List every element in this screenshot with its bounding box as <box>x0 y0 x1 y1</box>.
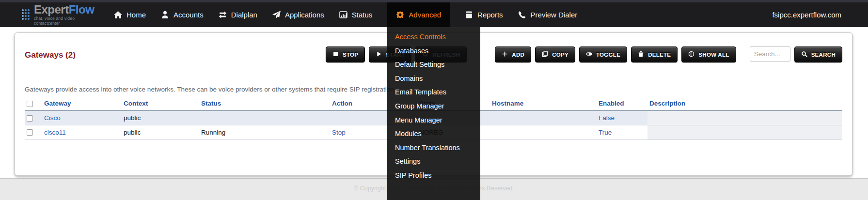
select-all-cell <box>25 97 42 110</box>
user-icon <box>161 11 169 19</box>
column-header-context[interactable]: Context <box>122 97 199 110</box>
column-header-status[interactable]: Status <box>199 97 330 110</box>
row-checkbox-cell <box>25 125 42 139</box>
magnifier-icon <box>801 51 807 58</box>
domain-label: fsipcc.expertflow.com <box>772 11 868 19</box>
nav-item-label: Home <box>126 11 146 19</box>
book-icon <box>465 11 473 19</box>
toggle-button[interactable]: TOGGLE <box>579 46 627 62</box>
search-input[interactable] <box>750 46 790 62</box>
brand-name: ExpertFlow <box>34 4 94 15</box>
nav-item-home[interactable]: Home <box>114 2 146 27</box>
cell-gateway[interactable]: cisco11 <box>42 125 122 139</box>
dropdown-item-sip-profiles[interactable]: SIP Profiles <box>387 169 480 183</box>
paper-plane-icon <box>272 11 281 19</box>
nav-item-preview-dialer[interactable]: Preview Dialer <box>518 2 578 27</box>
show-all-button[interactable]: SHOW ALL <box>681 46 736 62</box>
row-checkbox-cell <box>25 110 42 125</box>
copy-button[interactable]: COPY <box>535 46 575 62</box>
search-button[interactable]: SEARCH <box>794 46 842 62</box>
dropdown-item-databases[interactable]: Databases <box>387 45 480 59</box>
column-header-enabled[interactable]: Enabled <box>597 97 647 110</box>
cell-context: public <box>122 125 199 139</box>
add-button[interactable]: ADD <box>495 46 531 62</box>
dropdown-item-menu-manager[interactable]: Menu Manager <box>387 114 480 128</box>
nav-item-status[interactable]: Status <box>339 2 373 27</box>
nav-item-advanced[interactable]: Advanced <box>387 2 450 27</box>
bar-chart-icon <box>339 11 347 19</box>
nav-item-label: Dialplan <box>231 11 257 19</box>
toggle-icon <box>586 51 592 58</box>
nav-item-applications[interactable]: Applications <box>272 2 324 27</box>
advanced-dropdown: Access ControlsDatabasesDefault Settings… <box>387 27 480 200</box>
swap-arrows-icon <box>219 11 227 19</box>
column-header-hostname[interactable]: Hostname <box>490 97 597 110</box>
cell-description <box>647 110 842 125</box>
nav-item-label: Status <box>352 11 373 19</box>
gear-icon <box>396 11 404 19</box>
select-all-checkbox[interactable] <box>27 101 33 107</box>
row-checkbox[interactable] <box>27 129 33 136</box>
nav-item-label: Accounts <box>174 11 204 19</box>
page-title: Gateways (2) <box>25 46 76 60</box>
plus-icon <box>502 51 508 58</box>
house-icon <box>114 11 122 19</box>
expertflow-dots-icon <box>22 9 31 21</box>
cell-status: Running <box>199 125 330 139</box>
copy-pages-icon <box>542 51 548 58</box>
brand-logo[interactable]: ExpertFlow chat, voice and video contact… <box>22 4 94 26</box>
delete-button[interactable]: DELETE <box>631 46 678 62</box>
nav-item-dialplan[interactable]: Dialplan <box>219 2 257 27</box>
stop-button[interactable]: STOP <box>326 46 365 62</box>
cell-gateway[interactable]: Cisco <box>42 110 122 125</box>
dropdown-item-group-manager[interactable]: Group Manager <box>387 100 480 114</box>
main-navbar: ExpertFlow chat, voice and video contact… <box>0 2 868 27</box>
dropdown-item-settings[interactable]: Settings <box>387 155 480 169</box>
nav-item-label: Reports <box>477 11 503 19</box>
globe-icon <box>688 51 694 58</box>
play-icon <box>376 51 382 58</box>
nav-items: HomeAccountsDialplanApplicationsStatusAd… <box>114 2 577 27</box>
column-header-description[interactable]: Description <box>647 97 842 110</box>
dropdown-item-modules[interactable]: Modules <box>387 127 480 141</box>
dropdown-item-email-templates[interactable]: Email Templates <box>387 86 480 100</box>
cell-description <box>647 125 842 139</box>
dropdown-item-access-controls[interactable]: Access Controls <box>387 31 480 45</box>
cell-context: public <box>122 110 199 125</box>
dropdown-item-default-settings[interactable]: Default Settings <box>387 58 480 72</box>
brand-tagline: chat, voice and video contactcenter <box>34 16 94 26</box>
column-header-gateway[interactable]: Gateway <box>42 97 122 110</box>
cell-hostname <box>490 110 597 125</box>
cell-status <box>199 110 330 125</box>
stop-square-icon <box>332 51 339 58</box>
cell-enabled[interactable]: True <box>597 125 647 139</box>
nav-item-accounts[interactable]: Accounts <box>161 2 204 27</box>
cell-enabled[interactable]: False <box>597 110 647 125</box>
trash-icon <box>638 51 644 58</box>
nav-item-reports[interactable]: Reports <box>465 2 503 27</box>
dropdown-item-domains[interactable]: Domains <box>387 72 480 86</box>
nav-item-label: Advanced <box>409 11 441 19</box>
dropdown-item-number-translations[interactable]: Number Translations <box>387 141 480 155</box>
cell-hostname <box>490 125 597 139</box>
phone-icon <box>518 11 526 19</box>
nav-item-label: Preview Dialer <box>531 11 578 19</box>
nav-item-label: Applications <box>285 11 324 19</box>
row-checkbox[interactable] <box>27 115 33 122</box>
